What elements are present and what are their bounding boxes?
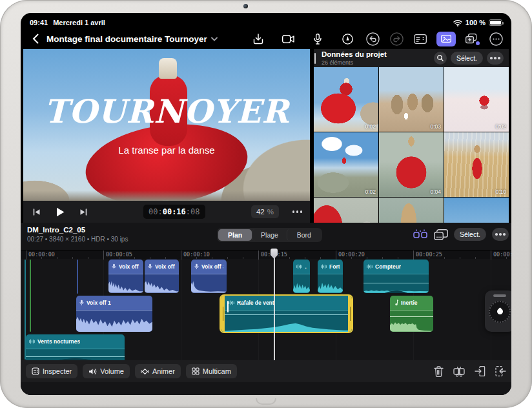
timeline-clip-meta: 00:27 • 3840 × 2160 • HDR • 30 ips: [27, 236, 128, 243]
media-thumbnail[interactable]: 0:02: [314, 132, 378, 197]
clip-label: Vents nocturnes: [37, 338, 80, 345]
timeline-clip[interactable]: Voix off 3: [191, 260, 227, 293]
effects-icon[interactable]: [464, 31, 480, 46]
timeline-select-button[interactable]: Sélect.: [454, 228, 486, 241]
clip-duration: 0:10: [495, 189, 506, 195]
blade-cut-icon[interactable]: [453, 366, 465, 377]
media-thumbnail[interactable]: [314, 198, 378, 223]
timeline-clip[interactable]: Fort…: [318, 260, 343, 293]
search-button[interactable]: [434, 52, 447, 65]
timecode-main: 00:16: [163, 207, 186, 216]
media-browser-icon[interactable]: [436, 32, 456, 46]
timeline-header: DM_Intro_C2_05 00:27 • 3840 × 2160 • HDR…: [21, 223, 511, 249]
media-thumbnail[interactable]: 0:04: [379, 132, 444, 197]
trim-handle-right[interactable]: [348, 296, 352, 332]
ground-shadow: [23, 190, 310, 201]
audio-wave-icon: [296, 264, 302, 269]
media-thumbnail[interactable]: 0:02: [444, 67, 509, 132]
undo-icon[interactable]: [365, 31, 380, 46]
inspect-button[interactable]: Inspecter: [26, 364, 77, 378]
video-viewer[interactable]: TOURNOYER La transe par la danse: [23, 49, 310, 201]
microphone-icon[interactable]: [310, 31, 325, 46]
bezel-notch-mark: [256, 398, 276, 405]
battery-percent: 100 %: [466, 19, 486, 26]
volume-button[interactable]: Volume: [83, 364, 130, 378]
timeline-clip-selected[interactable]: Rafale de vent: [221, 296, 352, 332]
multicam-button[interactable]: Multicam: [186, 364, 237, 378]
media-thumbnail[interactable]: [379, 198, 444, 223]
skip-forward-icon[interactable]: [75, 203, 92, 220]
skip-back-icon[interactable]: [28, 203, 45, 220]
trim-handle-left[interactable]: [221, 296, 225, 332]
timeline-tracks[interactable]: Voix off 2 Voix off 2 Voix off 3 …: [21, 259, 511, 360]
redo-icon[interactable]: [389, 31, 404, 46]
clip-label: …: [305, 263, 307, 270]
timeline-ruler[interactable]: 00:00:00 00:00:05 00:00:10 00:00:15 00:0…: [21, 250, 511, 259]
clip-edge-line: [77, 260, 78, 294]
media-thumbnail[interactable]: 0:10: [444, 132, 509, 197]
timeline-toolbar: Inspecter Volume Animer Multicam: [21, 360, 511, 382]
timeline-clip[interactable]: Inertie: [390, 296, 433, 332]
back-button[interactable]: [28, 32, 43, 46]
timecode-suffix: :08: [186, 207, 200, 216]
media-panel-title: Données du projet: [322, 50, 387, 59]
clip-label: Voix off 2: [155, 263, 176, 270]
video-title-text: TOURNOYER: [23, 96, 310, 128]
connect-clip-icon[interactable]: [413, 229, 428, 240]
clip-duration: 0:04: [430, 189, 441, 195]
clip-label: Voix off 2: [119, 263, 140, 270]
jog-grip: [493, 294, 506, 297]
front-camera: [243, 4, 248, 8]
timeline-clip-title: DM_Intro_C2_05: [27, 226, 85, 234]
ipad-device: 09:41 Mercredi 1 avril 100 % Montage fin…: [0, 0, 532, 408]
inspector-icon: [32, 367, 39, 375]
clip-label: Compteur: [375, 263, 401, 270]
pencil-tool-icon[interactable]: [340, 31, 355, 46]
ruler-label: 00:00:10: [183, 251, 210, 258]
timecode-display: 00:00:16:08: [143, 205, 205, 219]
keyframe-icon: [141, 368, 149, 375]
edit-mode-segmented-control: Plan Plage Bord: [217, 228, 322, 242]
timeline-clip[interactable]: Voix off 1: [76, 296, 152, 332]
insert-clip-icon[interactable]: [475, 366, 486, 376]
media-thumbnail[interactable]: [444, 198, 509, 223]
zoom-level-button[interactable]: 42%: [251, 205, 279, 218]
play-button[interactable]: [52, 203, 68, 220]
media-thumbnail[interactable]: 0:03: [379, 67, 444, 132]
video-frame: TOURNOYER La transe par la danse: [23, 49, 310, 201]
jog-wheel-overlay[interactable]: [485, 291, 511, 332]
animate-label: Animer: [152, 367, 175, 375]
clip-duration: 0:02: [365, 189, 376, 195]
transport-bar: 00:00:16:08 42%: [23, 201, 310, 223]
chevron-down-icon[interactable]: [211, 37, 218, 41]
timeline-more-button[interactable]: [492, 228, 509, 241]
import-icon[interactable]: [251, 31, 266, 46]
media-grid: 0:02 0:03 0:02 0:02 0:04 0:10: [314, 67, 509, 223]
tab-plan[interactable]: Plan: [218, 229, 252, 241]
timeline-clip[interactable]: Voix off 2: [108, 260, 143, 293]
media-thumbnail[interactable]: 0:02: [314, 67, 378, 132]
clip-label: Fort…: [329, 263, 340, 270]
multicam-grid-icon: [192, 367, 200, 375]
trash-icon[interactable]: [434, 366, 444, 377]
media-select-button[interactable]: Sélect.: [451, 52, 483, 65]
inspector-toggle-icon[interactable]: [413, 31, 428, 46]
tab-plage[interactable]: Plage: [252, 229, 286, 241]
timeline-clip[interactable]: Voix off 2: [145, 260, 179, 293]
more-options-icon[interactable]: [488, 31, 504, 46]
timeline-clip[interactable]: Compteur: [363, 260, 429, 293]
camera-icon[interactable]: [280, 31, 296, 46]
mic-icon: [194, 263, 199, 270]
media-more-button[interactable]: [487, 52, 504, 65]
animate-button[interactable]: Animer: [135, 364, 181, 378]
timeline-clip[interactable]: …: [293, 260, 310, 293]
video-subtitle-text: La transe par la danse: [23, 145, 310, 156]
timeline-clip[interactable]: Vents nocturnes: [26, 334, 125, 360]
fade-handle[interactable]: [227, 301, 229, 312]
speaker-icon: [88, 368, 97, 375]
viewer-more-icon[interactable]: [292, 210, 303, 213]
overlay-view-icon[interactable]: [434, 229, 448, 240]
zoom-value: 42: [256, 208, 265, 216]
overwrite-clip-icon[interactable]: [495, 366, 506, 376]
tab-bord[interactable]: Bord: [287, 229, 321, 241]
